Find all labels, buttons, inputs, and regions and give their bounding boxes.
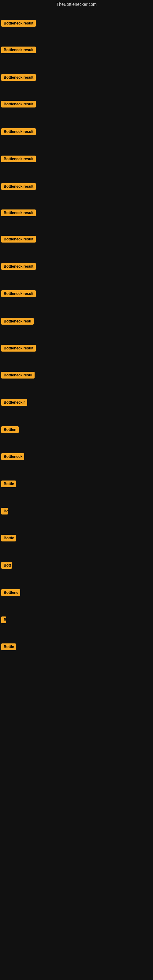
bottleneck-row-13: Bottleneck result xyxy=(0,342,153,355)
bottleneck-row-10: Bottleneck result xyxy=(0,261,153,274)
bottleneck-badge-14[interactable]: Bottleneck resul xyxy=(1,372,35,379)
bottleneck-row-15: Bottleneck r xyxy=(0,396,153,409)
bottleneck-badge-22[interactable]: Bottlene xyxy=(1,589,20,596)
bottleneck-row-8: Bottleneck result xyxy=(0,207,153,220)
bottleneck-badge-3[interactable]: Bottleneck result xyxy=(1,74,36,81)
bottleneck-row-3: Bottleneck result xyxy=(0,72,153,84)
bottleneck-badge-4[interactable]: Bottleneck result xyxy=(1,101,36,108)
bottleneck-badge-1[interactable]: Bottleneck result xyxy=(1,20,36,27)
bottleneck-badge-21[interactable]: Bott xyxy=(1,562,12,569)
bottleneck-badge-11[interactable]: Bottleneck result xyxy=(1,290,36,297)
bottleneck-row-6: Bottleneck result xyxy=(0,153,153,166)
bottleneck-badge-8[interactable]: Bottleneck result xyxy=(1,210,36,216)
bottleneck-badge-5[interactable]: Bottleneck result xyxy=(1,128,36,135)
bottleneck-row-22: Bottlene xyxy=(0,587,153,600)
page-wrapper: TheBottlenecker.com Bottleneck resultBot… xyxy=(0,0,153,980)
bottleneck-row-17: Bottleneck xyxy=(0,451,153,464)
bottleneck-row-7: Bottleneck result xyxy=(0,181,153,194)
bottleneck-badge-16[interactable]: Bottlen xyxy=(1,426,19,433)
bottleneck-row-12: Bottleneck resu xyxy=(0,315,153,328)
bottleneck-badge-12[interactable]: Bottleneck resu xyxy=(1,318,33,325)
bottleneck-badge-23[interactable]: B xyxy=(1,616,6,623)
bottleneck-row-9: Bottleneck result xyxy=(0,233,153,246)
bottleneck-badge-13[interactable]: Bottleneck result xyxy=(1,345,36,352)
bottleneck-row-24: Bottle xyxy=(0,641,153,654)
bottleneck-badge-6[interactable]: Bottleneck result xyxy=(1,156,36,162)
bottleneck-badge-19[interactable]: Bo xyxy=(1,508,8,514)
bottleneck-row-19: Bo xyxy=(0,505,153,518)
bottleneck-row-18: Bottle xyxy=(0,478,153,491)
bottleneck-badge-7[interactable]: Bottleneck result xyxy=(1,183,36,190)
bottleneck-row-14: Bottleneck resul xyxy=(0,369,153,382)
site-title: TheBottlenecker.com xyxy=(0,0,153,9)
bottleneck-row-4: Bottleneck result xyxy=(0,98,153,111)
bottleneck-row-2: Bottleneck result xyxy=(0,44,153,57)
bottleneck-badge-24[interactable]: Bottle xyxy=(1,643,16,650)
bottleneck-badge-15[interactable]: Bottleneck r xyxy=(1,399,27,406)
bottleneck-row-5: Bottleneck result xyxy=(0,126,153,139)
bottleneck-row-11: Bottleneck result xyxy=(0,288,153,301)
bottleneck-row-21: Bott xyxy=(0,560,153,573)
bottleneck-badge-9[interactable]: Bottleneck result xyxy=(1,236,36,243)
bottleneck-badge-10[interactable]: Bottleneck result xyxy=(1,263,36,270)
bottleneck-badge-17[interactable]: Bottleneck xyxy=(1,453,24,460)
bottleneck-row-20: Bottle xyxy=(0,532,153,545)
bottleneck-row-23: B xyxy=(0,614,153,627)
bottleneck-row-1: Bottleneck result xyxy=(0,18,153,30)
bottleneck-badge-2[interactable]: Bottleneck result xyxy=(1,46,36,53)
bottleneck-badge-18[interactable]: Bottle xyxy=(1,480,16,487)
bottleneck-row-16: Bottlen xyxy=(0,424,153,437)
bottleneck-badge-20[interactable]: Bottle xyxy=(1,535,16,541)
